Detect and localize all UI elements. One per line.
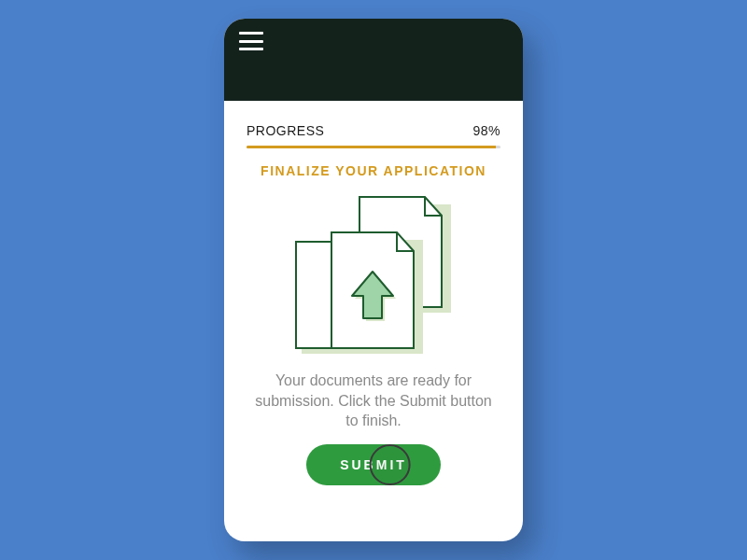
progress-row: PROGRESS 98% <box>247 123 500 138</box>
description-text: Your documents are ready for submission.… <box>247 371 500 431</box>
main-content: PROGRESS 98% FINALIZE YOUR APPLICATION <box>224 101 523 541</box>
hamburger-menu-icon[interactable] <box>239 32 263 50</box>
progress-bar <box>247 146 500 148</box>
submit-row: SUBMIT <box>247 444 500 485</box>
app-header <box>224 19 523 101</box>
progress-fill <box>247 146 496 148</box>
phone-card: PROGRESS 98% FINALIZE YOUR APPLICATION <box>224 19 523 541</box>
progress-label: PROGRESS <box>247 123 324 138</box>
documents-upload-illustration <box>285 191 462 359</box>
section-title: FINALIZE YOUR APPLICATION <box>247 163 500 178</box>
progress-value: 98% <box>472 123 500 138</box>
submit-button[interactable]: SUBMIT <box>306 444 441 485</box>
